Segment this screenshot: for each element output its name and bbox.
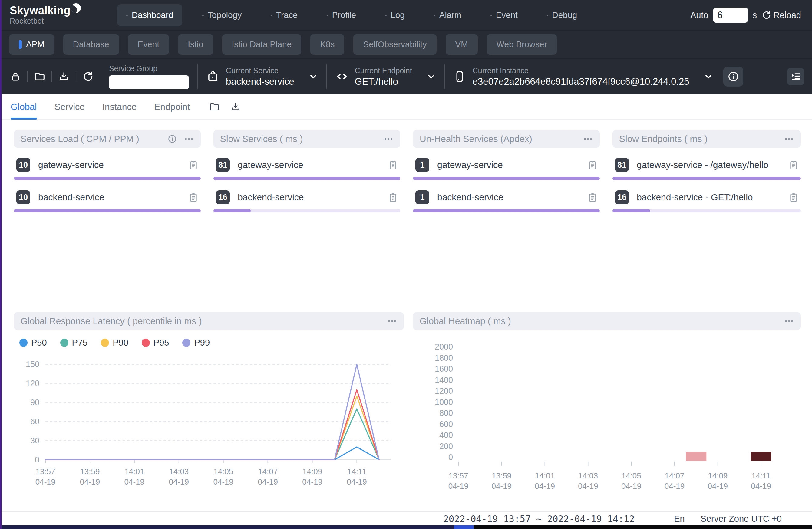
chevron-down-icon[interactable] bbox=[426, 72, 436, 81]
legend-dot-icon bbox=[142, 339, 150, 347]
chevron-down-icon[interactable] bbox=[309, 72, 318, 81]
svg-text:14:09: 14:09 bbox=[303, 467, 322, 476]
svg-text:1600: 1600 bbox=[435, 364, 453, 373]
metric-row: 1 backend-service bbox=[413, 190, 600, 204]
svg-text:04-19: 04-19 bbox=[708, 482, 728, 490]
clipboard-copy-icon[interactable] bbox=[388, 160, 398, 171]
svg-text:30: 30 bbox=[30, 436, 39, 445]
language-switch[interactable]: En bbox=[674, 514, 684, 524]
svg-text:04-19: 04-19 bbox=[169, 477, 189, 486]
clipboard-copy-icon[interactable] bbox=[789, 192, 798, 203]
info-circle-icon[interactable] bbox=[168, 134, 177, 144]
layer-tab-k8s[interactable]: K8s bbox=[310, 34, 344, 55]
card-global-heatmap: Global Heatmap ( ms ) 020040060080010001… bbox=[413, 312, 801, 506]
nav-item-dashboard[interactable]: Dashboard bbox=[117, 4, 182, 26]
info-circle-icon bbox=[727, 71, 739, 83]
clipboard-copy-icon[interactable] bbox=[388, 192, 398, 203]
reload-button[interactable]: Reload bbox=[762, 10, 801, 20]
tab-endpoint[interactable]: Endpoint bbox=[154, 94, 190, 119]
current-endpoint-value: GET:/hello bbox=[355, 76, 412, 87]
legend-item-p90[interactable]: P90 bbox=[101, 338, 128, 348]
legend-item-p99[interactable]: P99 bbox=[182, 338, 210, 348]
legend-item-p50[interactable]: P50 bbox=[19, 338, 47, 348]
sidebar-toggle-button[interactable] bbox=[787, 68, 804, 85]
nav-item-event[interactable]: Event bbox=[481, 4, 527, 26]
card-header: Slow Services ( ms ) bbox=[214, 130, 400, 148]
layer-tab-istio[interactable]: Istio bbox=[178, 34, 213, 55]
tab-instance[interactable]: Instance bbox=[102, 94, 136, 119]
layer-tab-label: Istio Data Plane bbox=[232, 40, 292, 49]
card-title: Global Response Latency ( percentile in … bbox=[20, 316, 387, 326]
clipboard-copy-icon[interactable] bbox=[189, 192, 198, 203]
svg-text:200: 200 bbox=[439, 442, 453, 451]
clipboard-copy-icon[interactable] bbox=[588, 160, 597, 171]
layer-tab-apm[interactable]: APM bbox=[9, 34, 54, 55]
metric-bar bbox=[413, 177, 600, 180]
svg-text:04-19: 04-19 bbox=[347, 477, 367, 486]
layer-tab-selfobservability[interactable]: SelfObservability bbox=[353, 34, 436, 55]
tab-global[interactable]: Global bbox=[11, 94, 37, 119]
metric-row: 10 backend-service bbox=[14, 190, 201, 204]
layer-tab-web-browser[interactable]: Web Browser bbox=[487, 34, 557, 55]
divider bbox=[198, 64, 198, 89]
clipboard-copy-icon[interactable] bbox=[789, 160, 798, 171]
current-endpoint-select[interactable]: Current Endpoint GET:/hello bbox=[335, 66, 436, 87]
nav-item-debug[interactable]: Debug bbox=[538, 4, 586, 26]
metric-value-badge: 1 bbox=[416, 158, 429, 172]
chevron-down-icon[interactable] bbox=[704, 72, 713, 81]
more-menu-icon[interactable] bbox=[184, 134, 194, 144]
current-service-select[interactable]: Current Service backend-service bbox=[206, 66, 318, 87]
tab-service[interactable]: Service bbox=[55, 94, 85, 119]
clipboard-copy-icon[interactable] bbox=[189, 160, 198, 171]
layer-tab-label: VM bbox=[455, 40, 468, 49]
svg-text:04-19: 04-19 bbox=[35, 477, 56, 486]
more-menu-icon[interactable] bbox=[387, 316, 397, 326]
server-zone-control[interactable]: Server Zone UTC +0 bbox=[700, 514, 782, 524]
skywalking-logo[interactable]: Skywalking Rocketbot bbox=[10, 5, 81, 26]
nav-item-trace[interactable]: Trace bbox=[262, 4, 307, 26]
more-menu-icon[interactable] bbox=[583, 134, 593, 144]
layer-tab-label: SelfObservability bbox=[363, 40, 426, 49]
metric-row: 16 backend-service bbox=[214, 190, 400, 204]
folder-button[interactable] bbox=[33, 70, 47, 84]
service-group-label: Service Group bbox=[109, 64, 189, 73]
layer-tab-vm[interactable]: VM bbox=[446, 34, 478, 55]
layer-tab-database[interactable]: Database bbox=[63, 34, 119, 55]
legend-item-p95[interactable]: P95 bbox=[142, 338, 169, 348]
clipboard-copy-icon[interactable] bbox=[588, 192, 597, 203]
nav-item-log[interactable]: Log bbox=[376, 4, 414, 26]
metric-name: backend-service bbox=[437, 192, 588, 203]
code-brackets-icon bbox=[335, 70, 348, 83]
svg-text:1000: 1000 bbox=[435, 398, 453, 407]
layer-tab-istio-data-plane[interactable]: Istio Data Plane bbox=[222, 34, 302, 55]
lock-button[interactable] bbox=[9, 70, 23, 84]
auto-interval-input[interactable] bbox=[713, 8, 748, 23]
import-download-icon[interactable] bbox=[230, 101, 241, 112]
svg-text:13:57: 13:57 bbox=[35, 467, 55, 476]
nav-item-label: Trace bbox=[276, 10, 298, 20]
nav-item-profile[interactable]: Profile bbox=[318, 4, 365, 26]
more-menu-icon[interactable] bbox=[784, 134, 794, 144]
svg-text:2000: 2000 bbox=[435, 342, 453, 351]
time-range-picker[interactable]: 2022-04-19 13:57 ~ 2022-04-19 14:12 bbox=[443, 514, 635, 524]
legend-item-p75[interactable]: P75 bbox=[60, 338, 88, 348]
service-group-input[interactable] bbox=[109, 75, 189, 89]
metric-bar bbox=[214, 209, 400, 212]
info-button[interactable] bbox=[723, 67, 743, 87]
refresh-button[interactable] bbox=[81, 70, 95, 84]
more-menu-icon[interactable] bbox=[784, 316, 794, 326]
nav-item-topology[interactable]: Topology bbox=[193, 4, 251, 26]
divider bbox=[52, 71, 52, 82]
import-button[interactable] bbox=[57, 70, 71, 84]
logo-title: Skywalking bbox=[10, 5, 71, 16]
svg-text:04-19: 04-19 bbox=[751, 482, 771, 490]
svg-text:14:01: 14:01 bbox=[125, 467, 144, 476]
layer-tab-event[interactable]: Event bbox=[128, 34, 169, 55]
nav-item-label: Alarm bbox=[439, 10, 461, 20]
folder-icon[interactable] bbox=[209, 101, 220, 112]
layer-tab-label: Web Browser bbox=[496, 40, 547, 49]
nav-item-alarm[interactable]: Alarm bbox=[425, 4, 470, 26]
nav-item-label: Event bbox=[496, 10, 518, 20]
current-instance-select[interactable]: Current Instance e3e07e2a2b664e8c91fda37… bbox=[453, 66, 713, 87]
more-menu-icon[interactable] bbox=[383, 134, 394, 144]
